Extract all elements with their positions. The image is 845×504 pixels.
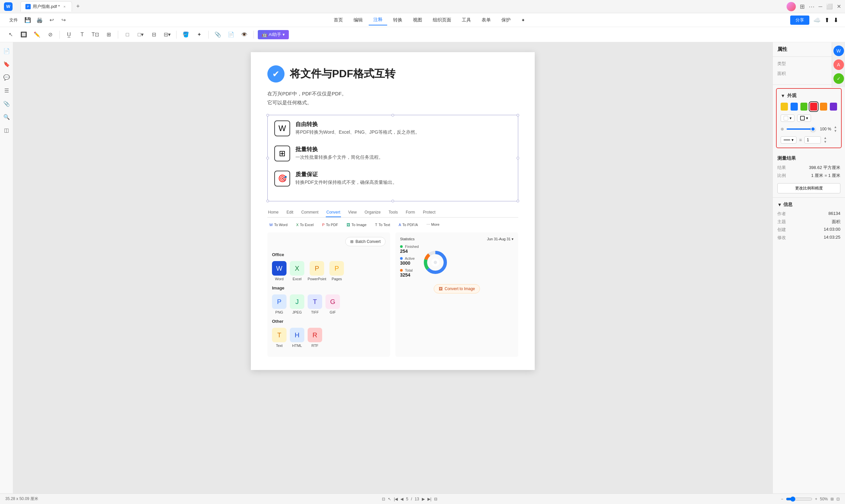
swatch-blue[interactable] [791, 103, 798, 111]
more-btn[interactable]: ⋯ More [425, 221, 441, 228]
nav-annotate[interactable]: 注释 [369, 15, 387, 25]
select-tool[interactable]: ↖ [5, 29, 16, 40]
word-icon-item[interactable]: W Word [272, 261, 287, 281]
stats-date[interactable]: Jun 31-Aug 31 ▾ [487, 237, 514, 241]
to-image-btn[interactable]: 🖼 To Image [345, 221, 368, 228]
callout-tool[interactable]: ⊞ [103, 29, 114, 40]
handle-bl[interactable] [266, 200, 269, 202]
swatch-purple[interactable] [830, 103, 837, 111]
ai-assistant-button[interactable]: 🤖 AI助手 ▾ [258, 30, 289, 39]
text-icon[interactable]: T [272, 328, 287, 342]
ppt-icon-item[interactable]: P PowerPoint [308, 261, 326, 281]
sidebar-page-icon[interactable]: 📄 [1, 46, 12, 56]
opacity-down[interactable]: ▼ [834, 129, 837, 133]
sidebar-comment-icon[interactable]: 💬 [1, 72, 12, 83]
fill-button[interactable]: ▾ [780, 114, 794, 122]
excel-icon[interactable]: X [290, 261, 304, 275]
sidebar-search-icon[interactable]: 🔍 [1, 111, 12, 122]
menu-file[interactable]: 文件 [6, 16, 20, 24]
convert-tab-organize[interactable]: Organize [364, 208, 381, 217]
convert-tab-protect[interactable]: Protect [422, 208, 436, 217]
zoom-out-btn[interactable]: − [781, 497, 783, 501]
rtf-icon[interactable]: R [308, 328, 322, 342]
zoom-slider[interactable] [786, 497, 812, 502]
swatch-red[interactable] [810, 103, 817, 111]
convert-tab-view[interactable]: View [347, 208, 358, 217]
next-page-btn[interactable]: ▶ [422, 497, 425, 501]
border-up[interactable]: ▲ [824, 136, 827, 140]
panel-toggle-button[interactable]: ⊞ [800, 3, 805, 10]
swatch-orange[interactable] [820, 103, 827, 111]
jpeg-icon[interactable]: J [290, 294, 304, 309]
rtf-icon-item[interactable]: R RTF [308, 328, 322, 347]
rotate-btn[interactable]: ⊟ [434, 497, 437, 501]
new-tab-button[interactable]: + [73, 2, 83, 11]
opacity-up[interactable]: ▲ [834, 125, 837, 129]
convert-tab-comment[interactable]: Comment [301, 208, 319, 217]
shape-tool[interactable]: □ [122, 29, 133, 40]
user-avatar[interactable] [787, 2, 796, 11]
to-excel-btn[interactable]: X To Excel [294, 221, 316, 228]
file-tab[interactable]: P 用户指南.pdf * × [20, 1, 72, 12]
more-options-button[interactable]: ⋯ [809, 3, 815, 10]
handle-bm[interactable] [392, 200, 394, 202]
expand-icon[interactable]: ▼ [780, 93, 785, 98]
html-icon-item[interactable]: H HTML [290, 328, 304, 347]
word-icon[interactable]: W [272, 261, 287, 275]
eraser-tool[interactable]: ⊘ [45, 29, 55, 40]
measure-tool[interactable]: ⊟ [148, 29, 159, 40]
word-panel-icon[interactable]: W [833, 46, 844, 56]
nav-form[interactable]: 表单 [477, 15, 496, 25]
close-button[interactable]: ✕ [837, 3, 841, 10]
gif-icon-item[interactable]: G GIF [325, 294, 340, 314]
convert-tab-form[interactable]: Form [405, 208, 416, 217]
convert-tab-home[interactable]: Home [267, 208, 279, 217]
swatch-yellow[interactable] [780, 103, 788, 111]
tiff-icon-item[interactable]: T TIFF [308, 294, 322, 314]
swatch-green[interactable] [801, 103, 808, 111]
page-fit-btn[interactable]: ⊡ [382, 497, 385, 501]
text-tool[interactable]: T [77, 29, 88, 40]
text-icon-item[interactable]: T Text [272, 328, 287, 347]
info-expand-icon[interactable]: ▼ [777, 202, 782, 207]
ppt-icon[interactable]: P [310, 261, 324, 275]
stamp-tool[interactable]: 🔲 [18, 29, 29, 40]
gif-icon[interactable]: G [325, 294, 340, 309]
handle-tl[interactable] [266, 114, 269, 116]
fit-page-btn[interactable]: ⊡ [837, 497, 840, 501]
fit-width-btn[interactable]: ⊞ [830, 497, 834, 501]
handle-mr[interactable] [517, 157, 519, 159]
opacity-stepper[interactable]: ▲ ▼ [834, 125, 837, 133]
upload-icon[interactable]: ⬆ [825, 17, 829, 24]
attachment-tool[interactable]: 📎 [213, 29, 223, 40]
avatar-panel-icon[interactable]: A [833, 59, 844, 70]
to-word-btn[interactable]: W To Word [267, 221, 289, 228]
print-btn[interactable]: 🖨️ [34, 15, 45, 25]
border-down[interactable]: ▼ [824, 140, 827, 144]
sidebar-layers-icon[interactable]: ◫ [1, 125, 12, 135]
to-pdfa-btn[interactable]: A To PDF/A [397, 221, 420, 228]
fill-tool[interactable]: 🪣 [181, 29, 191, 40]
selection-box[interactable]: W 自由转换 将PDF转换为Word、Excel、PNG、JPG等格式，反之亦然… [267, 115, 518, 201]
maximize-button[interactable]: ⬜ [826, 3, 833, 10]
convert-tab-edit[interactable]: Edit [286, 208, 294, 217]
html-icon[interactable]: H [290, 328, 304, 342]
save-btn[interactable]: 💾 [22, 15, 33, 25]
text-box-tool[interactable]: T⊡ [90, 29, 101, 40]
border-width-input[interactable] [804, 136, 821, 144]
batch-convert-button[interactable]: ⊞ Batch Convert [345, 237, 385, 246]
opacity-slider[interactable] [787, 128, 815, 130]
tiff-icon[interactable]: T [308, 294, 322, 309]
pages-icon[interactable]: P [329, 261, 344, 275]
nav-home[interactable]: 首页 [329, 15, 347, 25]
png-icon[interactable]: P [272, 294, 287, 309]
convert-tab-tools[interactable]: Tools [388, 208, 398, 217]
to-text-btn[interactable]: T To Text [373, 221, 392, 228]
zoom-in-btn[interactable]: + [815, 497, 817, 501]
convert-tab-convert[interactable]: Convert [326, 208, 341, 217]
nav-view[interactable]: 视图 [408, 15, 427, 25]
view-tool[interactable]: 👁️ [239, 29, 250, 40]
prev-page-btn[interactable]: ◀ [400, 497, 403, 501]
tab-close-button[interactable]: × [62, 4, 67, 9]
undo-btn[interactable]: ↩ [46, 15, 57, 25]
